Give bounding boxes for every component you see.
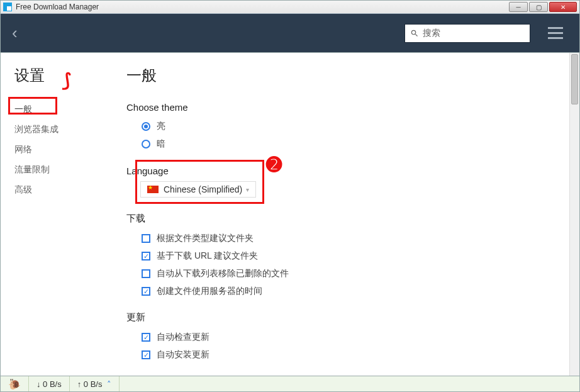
upd-opt-autoinstall[interactable]: ✓ 自动安装更新 (126, 346, 560, 364)
language-section-title: Language (126, 165, 560, 176)
checkbox-icon: ✓ (142, 333, 150, 342)
scrollbar-thumb[interactable] (571, 54, 578, 104)
radio-icon (142, 140, 150, 148)
app-toolbar: ‹ 搜索 (0, 14, 580, 53)
checkbox-icon: ✓ (142, 252, 150, 260)
checkbox-icon: ✓ (142, 287, 150, 296)
window-titlebar: Free Download Manager ─ ▢ ✕ (0, 0, 580, 14)
sidebar-item-network[interactable]: 网络 (14, 140, 126, 160)
sidebar-item-browser[interactable]: 浏览器集成 (14, 120, 126, 140)
upload-speed-text: ↑ 0 B/s (77, 379, 103, 389)
theme-option-dark[interactable]: 暗 (126, 135, 560, 153)
checkbox-icon: ✓ (142, 269, 150, 278)
dl-opt-folder-by-url[interactable]: ✓ 基于下载 URL 建议文件夹 (126, 247, 560, 265)
back-button[interactable]: ‹ (12, 23, 18, 43)
sidebar-item-advanced[interactable]: 高级 (14, 180, 126, 200)
menu-button[interactable] (543, 27, 568, 39)
upd-opt2-label: 自动安装更新 (157, 349, 209, 361)
settings-sidebar: 设置 一般 浏览器集成 网络 流量限制 高级 (1, 65, 126, 376)
panel-title: 一般 (126, 65, 560, 86)
minimize-button[interactable]: ─ (509, 2, 528, 12)
dl-opt1-label: 根据文件类型建议文件夹 (157, 233, 254, 244)
dl-opt4-label: 创建文件使用服务器的时间 (157, 286, 262, 297)
search-input[interactable]: 搜索 (404, 24, 530, 43)
search-icon (410, 29, 419, 38)
radio-icon (142, 122, 150, 131)
settings-panel: 一般 Choose theme 亮 暗 Language Chinese (Si… (126, 65, 579, 376)
theme-option-light[interactable]: 亮 (126, 118, 560, 135)
dl-opt-remove-deleted[interactable]: ✓ 自动从下载列表移除已删除的文件 (126, 265, 560, 283)
upd-opt-autocheck[interactable]: ✓ 自动检查更新 (126, 328, 560, 346)
sidebar-title: 设置 (14, 65, 45, 86)
theme-dark-label: 暗 (157, 138, 165, 150)
language-value: Chinese (Simplified) (164, 184, 242, 194)
download-speed: ↓ 0 B/s (29, 376, 70, 391)
close-button[interactable]: ✕ (549, 2, 577, 12)
maximize-button[interactable]: ▢ (529, 2, 548, 12)
search-placeholder: 搜索 (423, 28, 440, 39)
app-icon (3, 3, 12, 11)
dl-opt-folder-by-type[interactable]: ✓ 根据文件类型建议文件夹 (126, 230, 560, 247)
status-bar: 🐌 ↓ 0 B/s ↑ 0 B/s ˄ (0, 376, 580, 392)
chevron-up-icon[interactable]: ˄ (107, 379, 111, 389)
theme-light-label: 亮 (157, 121, 165, 132)
sidebar-item-traffic[interactable]: 流量限制 (14, 160, 126, 180)
sidebar-item-general[interactable]: 一般 (14, 99, 126, 120)
window-title: Free Download Manager (16, 3, 99, 11)
chevron-down-icon: ▾ (246, 186, 249, 193)
download-section-title: 下载 (126, 213, 560, 225)
dl-opt-server-time[interactable]: ✓ 创建文件使用服务器的时间 (126, 283, 560, 300)
upd-opt1-label: 自动检查更新 (157, 332, 209, 343)
flag-cn-icon (147, 186, 159, 193)
upload-speed: ↑ 0 B/s ˄ (70, 376, 120, 391)
dl-opt3-label: 自动从下载列表移除已删除的文件 (157, 268, 289, 279)
language-select[interactable]: Chinese (Simplified) ▾ (140, 181, 256, 198)
checkbox-icon: ✓ (142, 350, 150, 359)
checkbox-icon: ✓ (142, 234, 150, 243)
dl-opt2-label: 基于下载 URL 建议文件夹 (157, 250, 258, 262)
update-section-title: 更新 (126, 311, 560, 323)
theme-section-title: Choose theme (126, 102, 560, 113)
snail-mode-button[interactable]: 🐌 (1, 376, 29, 391)
vertical-scrollbar[interactable] (569, 53, 579, 376)
